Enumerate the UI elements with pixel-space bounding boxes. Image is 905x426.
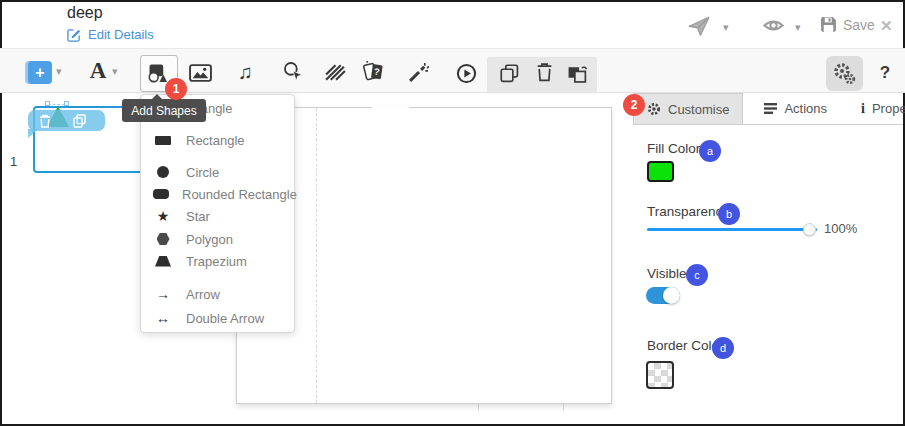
scribble-icon (325, 64, 346, 81)
music-note-icon: ♫ (238, 61, 253, 84)
slide-number: 1 (10, 154, 17, 169)
menu-item-double-arrow[interactable]: ↔ Double Arrow (141, 307, 294, 329)
publish-caret-icon[interactable]: ▾ (723, 21, 729, 34)
fill-color-swatch[interactable] (647, 161, 674, 182)
layers-icon (567, 63, 588, 83)
help-label: ? (880, 63, 890, 83)
magic-wand-icon (408, 62, 429, 83)
eye-icon (763, 17, 784, 34)
copy-icon (500, 64, 519, 83)
page-title: deep (67, 4, 103, 22)
add-slide-caret-icon[interactable]: ▾ (56, 65, 62, 78)
step-badge-1: 1 (165, 78, 187, 100)
trash-icon (39, 114, 51, 128)
transparency-value: 100% (824, 221, 857, 236)
canvas-border-gap (372, 107, 409, 109)
image-icon (189, 64, 212, 82)
publish-button[interactable] (688, 16, 710, 36)
preview-caret-icon[interactable]: ▾ (795, 21, 801, 34)
edit-pencil-icon (67, 28, 81, 42)
edit-details-button[interactable]: Edit Details (67, 27, 154, 42)
tab-customise[interactable]: Customise (633, 93, 743, 124)
transparency-label: Transparency (647, 204, 729, 219)
edit-details-label: Edit Details (88, 27, 154, 42)
interaction-tool-button[interactable] (283, 61, 304, 82)
star-icon: ★ (153, 208, 173, 224)
close-button[interactable]: ✕ (880, 17, 893, 35)
ruler-tick (563, 404, 564, 410)
play-button[interactable] (456, 63, 477, 84)
visible-toggle[interactable] (646, 287, 680, 304)
play-icon (456, 63, 477, 84)
send-icon (688, 16, 710, 36)
editor-window: deep Edit Details ▾ ▾ Save ✕ + ▾ A ▾ (0, 0, 905, 426)
save-label: Save (843, 17, 875, 33)
delete-slide-button[interactable] (39, 114, 51, 128)
settings-button[interactable] (826, 56, 863, 91)
tab-properties[interactable]: i Properties (848, 93, 905, 124)
duplicate-slide-button[interactable] (73, 114, 86, 128)
info-icon: i (861, 101, 865, 117)
menu-item-rounded-rectangle[interactable]: Rounded Rectangle (141, 183, 294, 205)
magic-tool-button[interactable] (408, 62, 429, 83)
add-shapes-tooltip: Add Shapes (122, 99, 206, 122)
arrow-icon: → (153, 286, 173, 302)
circle-icon (153, 166, 173, 178)
trapezium-icon (153, 256, 173, 267)
rectangle-icon (153, 136, 173, 145)
slider-track[interactable] (647, 228, 817, 231)
copy-icon (73, 114, 86, 128)
menu-item-rectangle[interactable]: Rectangle (141, 129, 294, 151)
tooltip-text: Add Shapes (131, 104, 196, 118)
save-button[interactable]: Save (820, 16, 875, 33)
slide-actions-popover (28, 110, 105, 131)
preview-button[interactable] (763, 17, 784, 34)
selection-handle[interactable] (45, 101, 50, 106)
text-tool-label: A (90, 58, 107, 84)
toolbar (0, 48, 905, 93)
plus-icon: + (35, 64, 44, 82)
menu-item-trapezium[interactable]: Trapezium (141, 250, 294, 272)
help-button[interactable]: ? (875, 61, 895, 85)
fill-color-label: Fill Color (647, 141, 700, 156)
save-icon (820, 16, 837, 33)
inspector-tabs: Customise Actions i Properties (633, 93, 903, 125)
text-tool-caret-icon[interactable]: ▾ (112, 65, 118, 78)
annotation-badge-b: b (718, 203, 740, 225)
shapes-icon (148, 64, 170, 83)
ruler-tick (478, 404, 479, 410)
step-badge-2: 2 (623, 94, 645, 116)
click-pointer-icon (283, 61, 304, 82)
gear-icon (647, 102, 661, 116)
gears-icon (833, 62, 856, 85)
duplicate-button[interactable] (500, 64, 519, 83)
tab-actions[interactable]: Actions (751, 93, 840, 124)
guide-line (316, 108, 317, 403)
menu-item-polygon[interactable]: Polygon (141, 228, 294, 250)
shapes-dropdown-menu: Triangle Rectangle Circle Rounded Rectan… (140, 94, 295, 333)
slider-handle[interactable] (803, 223, 816, 236)
delete-button[interactable] (536, 62, 553, 82)
quiz-tool-button[interactable]: ? (363, 61, 386, 82)
arrange-button[interactable] (567, 63, 588, 83)
question-cards-icon: ? (363, 61, 386, 82)
annotation-badge-d: d (712, 337, 734, 359)
audio-tool-button[interactable]: ♫ (238, 61, 253, 84)
trash-icon (536, 62, 553, 82)
double-arrow-icon: ↔ (153, 310, 173, 326)
rounded-rectangle-icon (153, 189, 169, 199)
scribble-tool-button[interactable] (325, 64, 346, 81)
border-color-swatch[interactable] (646, 361, 674, 389)
annotation-badge-a: a (699, 140, 721, 162)
menu-item-star[interactable]: ★ Star (141, 205, 294, 227)
menu-item-arrow[interactable]: → Arrow (141, 283, 294, 305)
menu-item-circle[interactable]: Circle (141, 161, 294, 183)
image-tool-button[interactable] (189, 64, 212, 82)
list-icon (764, 103, 777, 114)
add-slide-button[interactable]: + (28, 61, 52, 84)
text-tool-button[interactable]: A (86, 56, 110, 86)
transparency-slider[interactable] (647, 223, 817, 236)
selection-handle[interactable] (64, 101, 69, 106)
annotation-badge-c: c (686, 264, 708, 286)
polygon-icon (153, 233, 173, 245)
